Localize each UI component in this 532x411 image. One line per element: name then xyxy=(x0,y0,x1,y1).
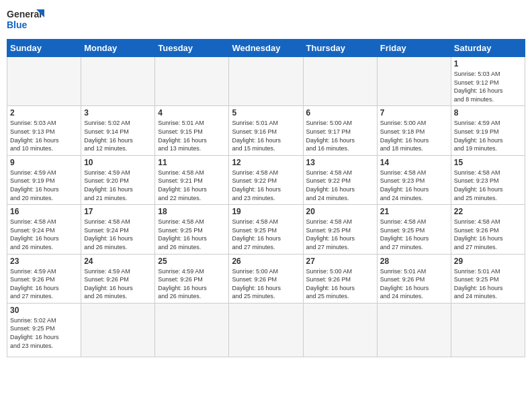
logo-svg: GeneralBlue xyxy=(7,7,47,34)
day-info: Sunrise: 5:02 AM Sunset: 9:25 PM Dayligh… xyxy=(10,316,78,350)
calendar-cell xyxy=(81,303,155,357)
calendar-cell xyxy=(377,57,451,106)
day-number: 26 xyxy=(232,257,300,266)
day-number: 28 xyxy=(380,257,448,266)
day-number: 6 xyxy=(306,108,374,118)
column-header-friday: Friday xyxy=(377,40,451,57)
day-info: Sunrise: 4:59 AM Sunset: 9:19 PM Dayligh… xyxy=(10,169,78,202)
day-info: Sunrise: 5:03 AM Sunset: 9:13 PM Dayligh… xyxy=(10,119,78,152)
day-number: 27 xyxy=(306,257,374,266)
column-header-saturday: Saturday xyxy=(451,40,525,57)
day-info: Sunrise: 5:01 AM Sunset: 9:16 PM Dayligh… xyxy=(232,119,300,152)
day-info: Sunrise: 4:58 AM Sunset: 9:25 PM Dayligh… xyxy=(306,218,374,251)
day-info: Sunrise: 4:58 AM Sunset: 9:25 PM Dayligh… xyxy=(232,218,300,251)
calendar-cell xyxy=(155,57,229,106)
day-number: 3 xyxy=(84,108,152,118)
day-number: 23 xyxy=(10,257,78,266)
calendar-cell: 16Sunrise: 4:58 AM Sunset: 9:24 PM Dayli… xyxy=(7,205,81,254)
day-number: 18 xyxy=(158,207,226,216)
calendar-cell: 18Sunrise: 4:58 AM Sunset: 9:25 PM Dayli… xyxy=(155,205,229,254)
calendar-week-1: 2Sunrise: 5:03 AM Sunset: 9:13 PM Daylig… xyxy=(7,106,525,155)
day-number: 2 xyxy=(10,108,78,118)
calendar-cell: 21Sunrise: 4:58 AM Sunset: 9:25 PM Dayli… xyxy=(377,205,451,254)
day-number: 12 xyxy=(232,158,300,167)
page-header: GeneralBlue xyxy=(7,7,525,34)
day-number: 5 xyxy=(232,108,300,118)
day-number: 1 xyxy=(454,59,522,68)
day-info: Sunrise: 5:00 AM Sunset: 9:18 PM Dayligh… xyxy=(380,119,448,152)
calendar-table: SundayMondayTuesdayWednesdayThursdayFrid… xyxy=(7,39,525,357)
calendar-cell: 2Sunrise: 5:03 AM Sunset: 9:13 PM Daylig… xyxy=(7,106,81,155)
day-number: 16 xyxy=(10,207,78,216)
day-number: 17 xyxy=(84,207,152,216)
calendar-cell: 23Sunrise: 4:59 AM Sunset: 9:26 PM Dayli… xyxy=(7,254,81,303)
day-number: 20 xyxy=(306,207,374,216)
day-info: Sunrise: 4:59 AM Sunset: 9:20 PM Dayligh… xyxy=(84,169,152,202)
calendar-cell xyxy=(229,57,303,106)
day-info: Sunrise: 5:01 AM Sunset: 9:26 PM Dayligh… xyxy=(380,267,448,301)
calendar-cell: 4Sunrise: 5:01 AM Sunset: 9:15 PM Daylig… xyxy=(155,106,229,155)
day-number: 24 xyxy=(84,257,152,266)
calendar-cell: 8Sunrise: 4:59 AM Sunset: 9:19 PM Daylig… xyxy=(451,106,525,155)
day-info: Sunrise: 4:59 AM Sunset: 9:19 PM Dayligh… xyxy=(454,119,522,152)
calendar-week-3: 16Sunrise: 4:58 AM Sunset: 9:24 PM Dayli… xyxy=(7,205,525,254)
calendar-cell: 12Sunrise: 4:58 AM Sunset: 9:22 PM Dayli… xyxy=(229,155,303,204)
svg-text:Blue: Blue xyxy=(7,19,28,30)
day-number: 10 xyxy=(84,158,152,167)
calendar-cell xyxy=(451,303,525,357)
calendar-cell xyxy=(81,57,155,106)
day-number: 4 xyxy=(158,108,226,118)
day-number: 22 xyxy=(454,207,522,216)
calendar-cell: 25Sunrise: 4:59 AM Sunset: 9:26 PM Dayli… xyxy=(155,254,229,303)
day-info: Sunrise: 5:00 AM Sunset: 9:17 PM Dayligh… xyxy=(306,119,374,152)
calendar-cell: 26Sunrise: 5:00 AM Sunset: 9:26 PM Dayli… xyxy=(229,254,303,303)
day-info: Sunrise: 4:58 AM Sunset: 9:23 PM Dayligh… xyxy=(454,169,522,202)
day-info: Sunrise: 5:03 AM Sunset: 9:12 PM Dayligh… xyxy=(454,70,522,103)
column-header-thursday: Thursday xyxy=(303,40,377,57)
calendar-cell: 17Sunrise: 4:58 AM Sunset: 9:24 PM Dayli… xyxy=(81,205,155,254)
day-number: 8 xyxy=(454,108,522,118)
day-info: Sunrise: 4:58 AM Sunset: 9:25 PM Dayligh… xyxy=(158,218,226,251)
calendar-cell: 9Sunrise: 4:59 AM Sunset: 9:19 PM Daylig… xyxy=(7,155,81,204)
calendar-cell: 27Sunrise: 5:00 AM Sunset: 9:26 PM Dayli… xyxy=(303,254,377,303)
day-number: 29 xyxy=(454,257,522,266)
column-header-sunday: Sunday xyxy=(7,40,81,57)
calendar-cell: 20Sunrise: 4:58 AM Sunset: 9:25 PM Dayli… xyxy=(303,205,377,254)
day-number: 25 xyxy=(158,257,226,266)
day-number: 11 xyxy=(158,158,226,167)
day-number: 30 xyxy=(10,306,78,315)
column-header-monday: Monday xyxy=(81,40,155,57)
day-info: Sunrise: 4:58 AM Sunset: 9:22 PM Dayligh… xyxy=(306,169,374,202)
column-header-wednesday: Wednesday xyxy=(229,40,303,57)
day-info: Sunrise: 4:58 AM Sunset: 9:23 PM Dayligh… xyxy=(380,169,448,202)
day-info: Sunrise: 5:01 AM Sunset: 9:15 PM Dayligh… xyxy=(158,119,226,152)
day-info: Sunrise: 4:59 AM Sunset: 9:26 PM Dayligh… xyxy=(158,267,226,301)
day-info: Sunrise: 4:58 AM Sunset: 9:22 PM Dayligh… xyxy=(232,169,300,202)
day-number: 7 xyxy=(380,108,448,118)
day-number: 19 xyxy=(232,207,300,216)
calendar-cell xyxy=(155,303,229,357)
calendar-cell xyxy=(229,303,303,357)
calendar-cell: 14Sunrise: 4:58 AM Sunset: 9:23 PM Dayli… xyxy=(377,155,451,204)
calendar-week-4: 23Sunrise: 4:59 AM Sunset: 9:26 PM Dayli… xyxy=(7,254,525,303)
svg-text:General: General xyxy=(7,9,42,19)
day-info: Sunrise: 5:02 AM Sunset: 9:14 PM Dayligh… xyxy=(84,119,152,152)
day-info: Sunrise: 5:00 AM Sunset: 9:26 PM Dayligh… xyxy=(306,267,374,301)
day-info: Sunrise: 4:58 AM Sunset: 9:21 PM Dayligh… xyxy=(158,169,226,202)
calendar-cell: 13Sunrise: 4:58 AM Sunset: 9:22 PM Dayli… xyxy=(303,155,377,204)
calendar-cell: 6Sunrise: 5:00 AM Sunset: 9:17 PM Daylig… xyxy=(303,106,377,155)
calendar-cell: 10Sunrise: 4:59 AM Sunset: 9:20 PM Dayli… xyxy=(81,155,155,204)
day-number: 13 xyxy=(306,158,374,167)
calendar-cell: 30Sunrise: 5:02 AM Sunset: 9:25 PM Dayli… xyxy=(7,303,81,357)
day-info: Sunrise: 4:58 AM Sunset: 9:24 PM Dayligh… xyxy=(84,218,152,251)
day-info: Sunrise: 4:58 AM Sunset: 9:25 PM Dayligh… xyxy=(380,218,448,251)
calendar-cell: 7Sunrise: 5:00 AM Sunset: 9:18 PM Daylig… xyxy=(377,106,451,155)
calendar-cell xyxy=(303,303,377,357)
day-number: 21 xyxy=(380,207,448,216)
column-header-tuesday: Tuesday xyxy=(155,40,229,57)
calendar-cell: 5Sunrise: 5:01 AM Sunset: 9:16 PM Daylig… xyxy=(229,106,303,155)
calendar-week-2: 9Sunrise: 4:59 AM Sunset: 9:19 PM Daylig… xyxy=(7,155,525,204)
day-number: 9 xyxy=(10,158,78,167)
day-info: Sunrise: 4:58 AM Sunset: 9:24 PM Dayligh… xyxy=(10,218,78,251)
calendar-cell: 28Sunrise: 5:01 AM Sunset: 9:26 PM Dayli… xyxy=(377,254,451,303)
